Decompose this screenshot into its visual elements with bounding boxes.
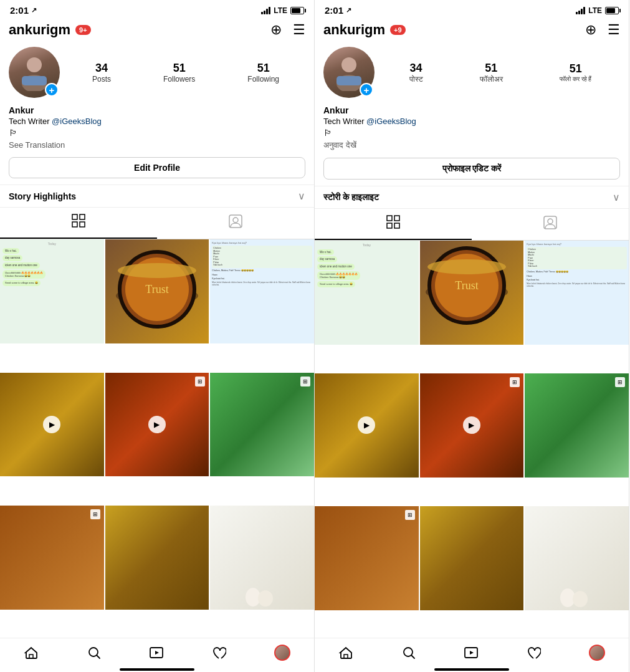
bio-link-1[interactable]: @iGeeksBlog	[52, 117, 102, 126]
bottom-nav-2	[315, 638, 629, 665]
header-1: ankurigm 9+ ⊕ ☰	[0, 18, 314, 43]
nav-reels-2[interactable]	[464, 645, 479, 660]
add-story-button-2[interactable]: +	[360, 83, 373, 97]
username-2: ankurigm	[323, 22, 385, 38]
multi-icon-6: ⊞	[300, 377, 310, 386]
svg-text:Trust: Trust	[145, 283, 168, 295]
stat-following-2[interactable]: 51 फॉलो कर रहे हैं	[560, 62, 591, 83]
stat-followers-1[interactable]: 51 Followers	[163, 62, 195, 84]
followers-label-1: Followers	[163, 75, 195, 84]
posts-label-1: Posts	[92, 75, 111, 84]
photo-cell-2-2[interactable]: Trust	[420, 241, 524, 345]
followers-label-2: फॉलोअर	[480, 75, 503, 84]
nav-home-1[interactable]	[24, 645, 39, 660]
photo-cell-6[interactable]: ⊞	[210, 373, 314, 477]
stats-area-2: 34 पोस्ट 51 फॉलोअर 51 फॉलो कर रहे हैं	[381, 62, 620, 84]
multi-icon-2-7: ⊞	[405, 510, 415, 520]
svg-point-30	[548, 219, 553, 224]
nav-heart-1[interactable]	[211, 645, 226, 660]
photo-cell-2-5[interactable]: ▶ ⊞	[420, 373, 524, 478]
photo-cell-2-7[interactable]: ⊞	[315, 506, 419, 610]
photo-overlay-2-7: ⊞	[405, 510, 415, 520]
photo-cell-2-6[interactable]: ⊞	[525, 373, 629, 478]
svg-point-36	[427, 259, 506, 274]
grid-tab-2[interactable]	[315, 209, 472, 240]
nav-search-2[interactable]	[401, 645, 416, 660]
notif-badge-1[interactable]: 9+	[75, 25, 91, 35]
menu-icon-1[interactable]: ☰	[293, 22, 305, 38]
photo-grid-2: Today Wo v hai. day samosa icken one and…	[315, 241, 629, 638]
photo-cell-7[interactable]: ⊞	[0, 506, 104, 610]
svg-point-22	[341, 57, 356, 72]
photo-cell-2-1[interactable]: Today Wo v hai. day samosa icken one and…	[315, 241, 419, 345]
story-highlights-1[interactable]: Story Highlights ∨	[0, 185, 314, 207]
person-icon-1	[229, 214, 242, 232]
svg-rect-28	[394, 223, 399, 228]
bio-link-2[interactable]: @iGeeksBlog	[366, 117, 416, 126]
see-translation-1[interactable]: See Translation	[9, 140, 305, 150]
nav-home-2[interactable]	[338, 645, 353, 660]
photo-cell-2-8[interactable]	[420, 506, 524, 610]
bio-section-2: Ankur Tech Writer @iGeeksBlog 🏳 अनुवाद द…	[315, 104, 629, 155]
photo-overlay-7: ⊞	[90, 509, 100, 519]
see-translation-2[interactable]: अनुवाद देखें	[323, 140, 620, 150]
status-time-2: 2:01	[325, 5, 343, 16]
photo-cell-2[interactable]: Trust	[105, 239, 209, 343]
grid-tab-1[interactable]	[0, 208, 157, 239]
svg-marker-43	[470, 651, 474, 655]
notif-badge-2[interactable]: +9	[390, 25, 406, 35]
nav-heart-2[interactable]	[526, 645, 541, 660]
menu-icon-2[interactable]: ☰	[608, 22, 620, 38]
nav-profile-1[interactable]	[274, 645, 290, 661]
following-count-2: 51	[570, 62, 582, 75]
tab-bar-1	[0, 207, 314, 239]
edit-profile-button-2[interactable]: प्रोफाइल एडिट करें	[323, 158, 620, 180]
home-indicator-2	[434, 668, 509, 671]
photo-cell-2-9[interactable]	[525, 506, 629, 610]
photo-cell-9[interactable]	[210, 506, 314, 610]
stat-posts-2[interactable]: 34 पोस्ट	[409, 62, 423, 84]
nav-profile-2[interactable]	[589, 645, 605, 661]
grid-icon-1	[72, 214, 85, 231]
battery-1	[290, 7, 304, 14]
svg-marker-21	[155, 651, 159, 655]
add-post-icon-1[interactable]: ⊕	[270, 22, 282, 38]
edit-profile-button-1[interactable]: Edit Profile	[9, 157, 305, 178]
multi-icon-2-6: ⊞	[615, 377, 625, 387]
photo-overlay-2-6: ⊞	[615, 377, 625, 387]
status-time-1: 2:01	[10, 5, 29, 16]
photo-cell-1[interactable]: Today Wo v hai. day samosa icken one and…	[0, 239, 104, 343]
stat-followers-2[interactable]: 51 फॉलोअर	[480, 62, 503, 84]
bio-section-1: Ankur Tech Writer @iGeeksBlog 🏳 See Tran…	[0, 104, 314, 155]
tagged-tab-2[interactable]	[472, 209, 629, 240]
avatar-wrap-2: +	[323, 47, 375, 98]
story-highlights-2[interactable]: स्टोरी के हाइलाइट ∨	[315, 186, 629, 208]
profile-section-2: + 34 पोस्ट 51 फॉलोअर 51 फॉलो कर रहे हैं	[315, 43, 629, 104]
svg-line-19	[97, 656, 100, 659]
nav-reels-1[interactable]	[149, 645, 164, 660]
add-story-button-1[interactable]: +	[45, 83, 59, 97]
photo-cell-4[interactable]: ▶	[0, 373, 104, 477]
stat-posts-1[interactable]: 34 Posts	[92, 62, 111, 84]
photo-cell-2-4[interactable]: ▶	[315, 373, 419, 478]
status-bar-1: 2:01 ↗ LTE	[0, 0, 314, 18]
lte-1: LTE	[274, 6, 287, 15]
nav-search-1[interactable]	[87, 645, 102, 660]
stat-following-1[interactable]: 51 Following	[247, 62, 279, 84]
followers-count-1: 51	[173, 62, 186, 75]
tagged-tab-1[interactable]	[157, 208, 314, 239]
svg-rect-6	[80, 222, 85, 227]
header-icons-2: ⊕ ☰	[585, 22, 620, 38]
photo-cell-5[interactable]: ▶ ⊞	[105, 373, 209, 477]
photo-cell-3[interactable]: Kya kya khana banaya hai aaj? ChickenMut…	[210, 239, 314, 343]
chevron-down-icon-2: ∨	[613, 191, 620, 203]
svg-rect-39	[344, 655, 348, 658]
battery-2	[605, 7, 619, 14]
status-left-2: 2:01 ↗	[325, 5, 351, 16]
photo-cell-2-3[interactable]: Kya kya khana banaya hai aaj? ChickenMut…	[525, 241, 629, 345]
story-highlights-label-2: स्टोरी के हाइलाइट	[323, 192, 379, 203]
bottom-nav-1	[0, 638, 314, 665]
add-post-icon-2[interactable]: ⊕	[585, 22, 596, 38]
photo-cell-8[interactable]	[105, 506, 209, 610]
svg-rect-17	[29, 655, 33, 658]
